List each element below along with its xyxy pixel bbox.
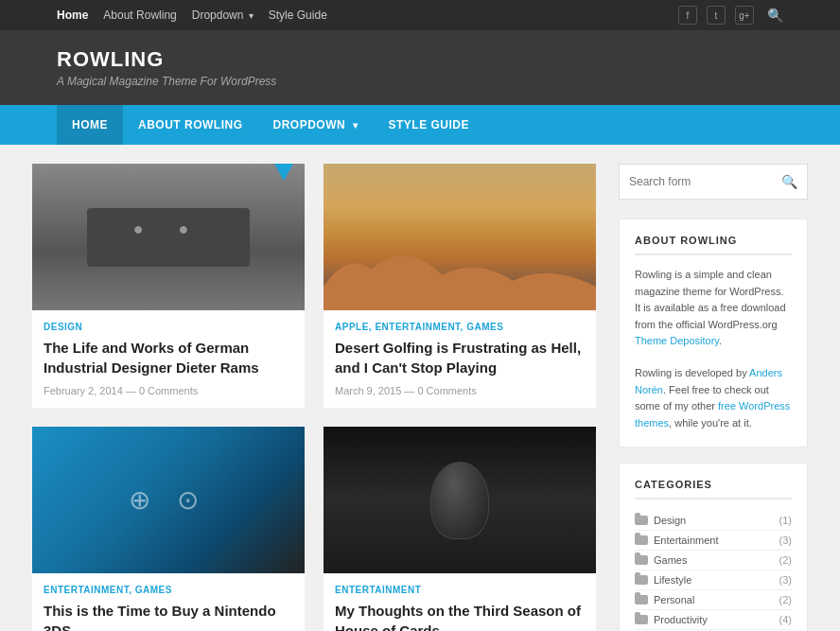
controller-image xyxy=(32,427,305,573)
category-name: Personal xyxy=(654,594,779,605)
category-name: Games xyxy=(654,554,779,566)
free-themes-link[interactable]: free WordPress themes xyxy=(635,400,790,429)
category-count: (2) xyxy=(779,554,792,566)
post-body-4: ENTERTAINMENT My Thoughts on the Third S… xyxy=(324,573,596,631)
post-thumbnail-1[interactable] xyxy=(32,164,305,310)
search-icon[interactable]: 🔍 xyxy=(767,8,783,23)
folder-icon xyxy=(635,555,648,565)
top-bar: Home About Rowling Dropdown ▾ Style Guid… xyxy=(0,0,840,30)
category-design[interactable]: Design (1) xyxy=(635,511,792,531)
desert-image xyxy=(324,164,596,310)
category-count: (3) xyxy=(779,574,792,586)
post-thumbnail-3[interactable] xyxy=(32,427,305,573)
category-games[interactable]: Games (2) xyxy=(635,551,792,570)
post-meta-2: March 9, 2015 — 0 Comments xyxy=(335,385,585,396)
about-widget: ABOUT ROWLING Rowling is a simple and cl… xyxy=(619,219,808,447)
post-category-4[interactable]: ENTERTAINMENT xyxy=(335,585,585,595)
cassette-image xyxy=(32,164,305,310)
categories-widget-title: CATEGORIES xyxy=(635,479,792,500)
post-title-1[interactable]: The Life and Works of German Industrial … xyxy=(44,338,293,377)
page-wrapper: DESIGN The Life and Works of German Indu… xyxy=(32,145,808,631)
anders-noren-link[interactable]: Anders Norén xyxy=(635,367,782,395)
main-nav-dropdown[interactable]: DROPDOWN ▾ xyxy=(258,105,374,145)
dropdown-arrow: ▾ xyxy=(249,10,254,21)
folder-icon xyxy=(635,535,648,545)
facebook-icon[interactable]: f xyxy=(678,6,697,25)
post-body-1: DESIGN The Life and Works of German Indu… xyxy=(32,310,305,408)
twitter-icon[interactable]: t xyxy=(707,6,726,25)
sidebar: 🔍 ABOUT ROWLING Rowling is a simple and … xyxy=(619,164,808,631)
post-title-4[interactable]: My Thoughts on the Third Season of House… xyxy=(335,601,585,631)
post-category-1[interactable]: DESIGN xyxy=(44,322,293,332)
folder-icon xyxy=(635,516,648,525)
top-nav-dropdown[interactable]: Dropdown ▾ xyxy=(192,9,254,22)
category-count: (2) xyxy=(779,594,792,605)
about-widget-text: Rowling is a simple and clean magazine t… xyxy=(635,267,792,350)
category-entertainment[interactable]: Entertainment (3) xyxy=(635,531,792,551)
folder-icon xyxy=(635,595,648,605)
about-widget-title: ABOUT ROWLING xyxy=(635,235,792,255)
category-lifestyle[interactable]: Lifestyle (3) xyxy=(635,570,792,590)
category-name: Productivity xyxy=(654,614,779,625)
top-nav-style-guide[interactable]: Style Guide xyxy=(269,9,327,22)
post-card-1: DESIGN The Life and Works of German Indu… xyxy=(32,164,305,408)
post-body-2: APPLE, ENTERTAINMENT, GAMES Desert Golfi… xyxy=(324,310,596,408)
googleplus-icon[interactable]: g+ xyxy=(735,6,754,25)
category-count: (4) xyxy=(779,614,792,625)
post-card-3: ENTERTAINMENT, GAMES This is the Time to… xyxy=(32,427,305,631)
category-count: (3) xyxy=(779,535,792,546)
post-category-3[interactable]: ENTERTAINMENT, GAMES xyxy=(44,585,293,595)
post-title-3[interactable]: This is the Time to Buy a Nintendo 3DS xyxy=(44,601,293,631)
main-nav-style-guide[interactable]: STYLE GUIDE xyxy=(374,105,485,145)
category-list: Design (1) Entertainment (3) Games (2) L… xyxy=(635,511,792,631)
post-meta-1: February 2, 2014 — 0 Comments xyxy=(44,385,293,396)
post-thumbnail-2[interactable] xyxy=(324,164,596,310)
post-card-2: APPLE, ENTERTAINMENT, GAMES Desert Golfi… xyxy=(324,164,596,408)
top-social-icons: f t g+ 🔍 xyxy=(678,6,783,25)
bookmark-icon xyxy=(274,164,293,181)
post-title-2[interactable]: Desert Golfing is Frustrating as Hell, a… xyxy=(335,338,585,377)
top-nav-about[interactable]: About Rowling xyxy=(103,9,176,22)
category-name: Lifestyle xyxy=(654,574,779,586)
site-tagline: A Magical Magazine Theme For WordPress xyxy=(57,75,783,88)
post-thumbnail-4[interactable] xyxy=(324,427,596,573)
main-nav-home[interactable]: HOME xyxy=(57,105,123,145)
top-navigation: Home About Rowling Dropdown ▾ Style Guid… xyxy=(57,9,327,22)
top-nav-home[interactable]: Home xyxy=(57,9,88,22)
category-count: (1) xyxy=(779,515,792,526)
main-navigation: HOME ABOUT ROWLING DROPDOWN ▾ STYLE GUID… xyxy=(0,105,840,145)
hoc-image xyxy=(324,427,596,573)
about-widget-text2: Rowling is developed by Anders Norén. Fe… xyxy=(635,365,792,431)
site-branding: ROWLING A Magical Magazine Theme For Wor… xyxy=(0,30,840,105)
main-nav-about[interactable]: ABOUT ROWLING xyxy=(123,105,258,145)
search-button[interactable]: 🔍 xyxy=(781,174,797,189)
folder-icon xyxy=(635,575,648,585)
main-content: DESIGN The Life and Works of German Indu… xyxy=(32,164,596,631)
posts-grid: DESIGN The Life and Works of German Indu… xyxy=(32,164,596,631)
post-body-3: ENTERTAINMENT, GAMES This is the Time to… xyxy=(32,573,305,631)
dropdown-indicator: ▾ xyxy=(353,120,359,131)
post-card-4: ENTERTAINMENT My Thoughts on the Third S… xyxy=(324,427,596,631)
theme-depository-link[interactable]: Theme Depository xyxy=(635,335,719,346)
categories-widget: CATEGORIES Design (1) Entertainment (3) … xyxy=(619,463,808,631)
site-title: ROWLING xyxy=(57,47,783,72)
category-name: Design xyxy=(654,515,779,526)
post-category-2[interactable]: APPLE, ENTERTAINMENT, GAMES xyxy=(335,322,585,332)
category-personal[interactable]: Personal (2) xyxy=(635,590,792,610)
search-input[interactable] xyxy=(629,175,781,188)
category-name: Entertainment xyxy=(654,535,779,546)
folder-icon xyxy=(635,615,648,624)
search-box[interactable]: 🔍 xyxy=(619,164,808,200)
category-productivity[interactable]: Productivity (4) xyxy=(635,610,792,630)
